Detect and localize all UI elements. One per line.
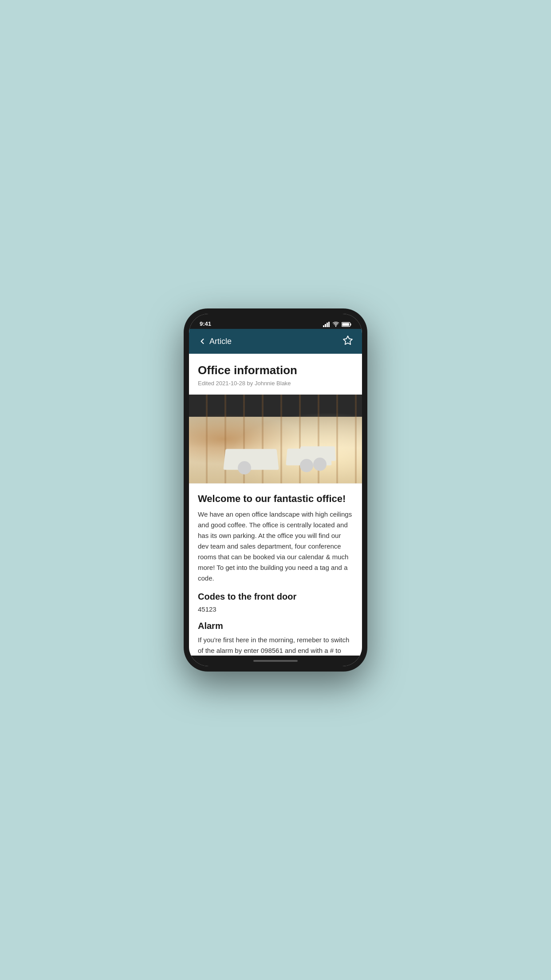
home-indicator [189, 656, 362, 666]
back-icon [198, 337, 207, 346]
star-icon [342, 335, 353, 346]
svg-rect-5 [350, 324, 351, 326]
svg-rect-1 [325, 324, 326, 327]
chair-1 [238, 461, 251, 474]
article-meta: Edited 2021-10-28 by Johnnie Blake [198, 380, 353, 387]
alarm-body: If you're first here in the morning, rem… [198, 635, 353, 656]
welcome-body: We have an open office landscape with hi… [198, 509, 353, 584]
wifi-icon [332, 322, 339, 327]
chair-2 [300, 459, 313, 472]
svg-rect-3 [328, 322, 330, 327]
notch [247, 314, 304, 326]
desk-1 [223, 449, 279, 470]
content-area[interactable]: Office information Edited 2021-10-28 by … [189, 354, 362, 656]
article-title: Office information [198, 364, 353, 377]
alarm-heading: Alarm [198, 621, 353, 631]
status-time: 9:41 [200, 320, 211, 327]
office-image [189, 395, 362, 483]
svg-marker-7 [343, 336, 352, 344]
svg-rect-6 [342, 323, 349, 326]
chair-3 [313, 458, 327, 471]
home-bar [253, 660, 298, 662]
status-icons [323, 322, 351, 327]
article-body: Welcome to our fantastic office! We have… [189, 484, 362, 656]
svg-rect-0 [323, 325, 324, 327]
battery-icon [342, 322, 351, 327]
nav-header: Article [189, 329, 362, 354]
codes-value: 45123 [198, 605, 353, 613]
back-button[interactable]: Article [198, 337, 232, 346]
welcome-heading: Welcome to our fantastic office! [198, 493, 353, 505]
office-furniture [189, 430, 362, 474]
favorite-button[interactable] [342, 335, 353, 348]
status-bar: 9:41 [189, 314, 362, 329]
article-header: Office information Edited 2021-10-28 by … [189, 354, 362, 395]
phone-screen: 9:41 [189, 314, 362, 666]
back-label: Article [209, 337, 232, 346]
signal-icon [323, 322, 330, 327]
svg-rect-2 [327, 323, 328, 327]
phone-frame: 9:41 [184, 308, 367, 672]
codes-heading: Codes to the front door [198, 592, 353, 602]
